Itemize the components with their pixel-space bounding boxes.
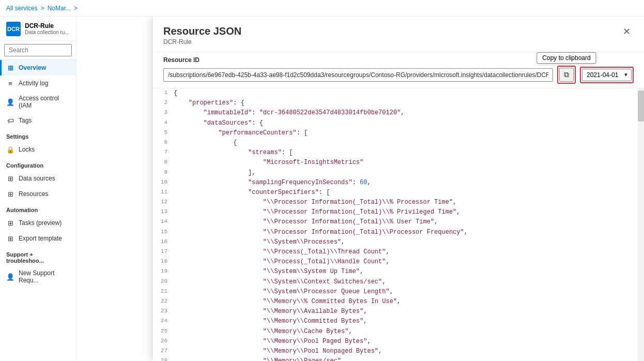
breadcrumb-nomar[interactable]: NoMar... bbox=[48, 5, 71, 12]
sidebar-item-overview[interactable]: ⊞ Overview bbox=[0, 60, 76, 76]
json-line-content: "streams": [ bbox=[174, 148, 636, 158]
json-code-area[interactable]: 1{2 "properties": {3 "immutableId": "dcr… bbox=[153, 88, 644, 361]
json-line-content: "\\System\\System Up Time", bbox=[174, 267, 636, 277]
json-line-number: 9 bbox=[153, 168, 174, 177]
json-code-block: 1{2 "properties": {3 "immutableId": "dcr… bbox=[153, 88, 644, 361]
sidebar-nav: ⊞ Overview ≡ Activity log 👤 Access contr… bbox=[0, 60, 76, 288]
sidebar-item-resources[interactable]: ⊞ Resources bbox=[0, 186, 76, 202]
json-line-content: "immutableId": "dcr-36480522de3547d48330… bbox=[174, 108, 636, 118]
data-sources-icon: ⊞ bbox=[6, 174, 14, 183]
json-line: 15 "\\Processor Information(_Total)\\Pro… bbox=[153, 228, 636, 237]
json-line-number: 1 bbox=[153, 88, 174, 98]
search-input[interactable] bbox=[4, 44, 72, 56]
json-line-number: 19 bbox=[153, 267, 174, 276]
json-line: 11 "counterSpecifiers": [ bbox=[153, 188, 636, 198]
json-line-number: 2 bbox=[153, 98, 174, 108]
json-line-content: { bbox=[174, 138, 636, 148]
json-line-number: 8 bbox=[153, 158, 174, 167]
sidebar-item-activity-log[interactable]: ≡ Activity log bbox=[0, 76, 76, 91]
tasks-icon: ⊞ bbox=[6, 219, 14, 227]
sidebar-item-export-template[interactable]: ⊞ Export template bbox=[0, 231, 76, 246]
locks-icon: 🔒 bbox=[6, 145, 14, 154]
json-line-content: "\\Processor Information(_Total)\\Proces… bbox=[174, 228, 636, 237]
json-line-content: "performanceCounters": [ bbox=[174, 128, 636, 138]
automation-section-label: Automation bbox=[0, 202, 76, 215]
breadcrumb-all-services[interactable]: All services bbox=[6, 5, 38, 12]
copy-to-clipboard-button[interactable]: ⧉ bbox=[559, 68, 574, 82]
json-line: 8 "Microsoft-InsightsMetrics" bbox=[153, 158, 636, 168]
json-line-number: 11 bbox=[153, 188, 174, 197]
json-line-number: 17 bbox=[153, 247, 174, 257]
resource-id-area: Resource ID Copy to clipboard ⧉ bbox=[153, 52, 644, 88]
json-line: 25 "\\Memory\\Cache Bytes", bbox=[153, 327, 636, 337]
tags-icon: 🏷 bbox=[6, 116, 14, 125]
sidebar-resource-header: DCR DCR-Rule Data collection ru... bbox=[0, 17, 76, 41]
breadcrumb-sep2: > bbox=[74, 5, 78, 12]
resource-id-input[interactable] bbox=[163, 68, 553, 82]
json-line-content: "\\Memory\\% Committed Bytes In Use", bbox=[174, 297, 636, 307]
panel-subtitle: DCR-Rule bbox=[163, 38, 241, 46]
sidebar-resource-info: DCR-Rule Data collection ru... bbox=[25, 22, 69, 36]
support-icon: 👤 bbox=[6, 273, 14, 281]
json-line: 10 "samplingFrequencyInSeconds": 60, bbox=[153, 178, 636, 188]
json-line: 1{ bbox=[153, 88, 636, 98]
sidebar-item-access-control[interactable]: 👤 Access control (IAM bbox=[0, 91, 76, 113]
sidebar-item-data-sources[interactable]: ⊞ Data sources bbox=[0, 171, 76, 186]
json-line: 26 "\\Memory\\Pool Paged Bytes", bbox=[153, 337, 636, 347]
json-line-content: "\\Memory\\Cache Bytes", bbox=[174, 327, 636, 337]
sidebar-item-label: Overview bbox=[19, 64, 46, 71]
sidebar-item-label: Activity log bbox=[19, 80, 48, 87]
json-line: 3 "immutableId": "dcr-36480522de3547d483… bbox=[153, 108, 636, 118]
dcr-icon: DCR bbox=[6, 22, 21, 36]
json-line: 13 "\\Processor Information(_Total)\\% P… bbox=[153, 207, 636, 217]
json-line-content: "\\Memory\\Pages/sec", bbox=[174, 356, 636, 361]
json-line-content: "\\System\\Context Switches/sec", bbox=[174, 277, 636, 287]
version-select[interactable]: 2021-04-01 2021-03-01 2020-12-01 bbox=[582, 69, 632, 81]
json-line: 28 "\\Memory\\Pages/sec", bbox=[153, 356, 636, 361]
json-line-number: 4 bbox=[153, 118, 174, 128]
json-line-number: 6 bbox=[153, 138, 174, 147]
copy-icon: ⧉ bbox=[564, 70, 569, 79]
json-line: 20 "\\System\\Context Switches/sec", bbox=[153, 277, 636, 287]
sidebar-item-label: Resources bbox=[19, 190, 48, 198]
panel-close-button[interactable]: ✕ bbox=[620, 25, 634, 38]
sidebar-item-label: Export template bbox=[19, 235, 62, 242]
json-line-content: "\\Process(_Total)\\Handle Count", bbox=[174, 257, 636, 267]
json-line-content: ], bbox=[174, 168, 636, 178]
json-line-content: "\\Process(_Total)\\Thread Count", bbox=[174, 247, 636, 257]
json-line: 12 "\\Processor Information(_Total)\\% P… bbox=[153, 198, 636, 207]
json-line-number: 18 bbox=[153, 257, 174, 266]
sidebar: DCR DCR-Rule Data collection ru... ⊞ Ove… bbox=[0, 17, 76, 361]
sidebar-item-label: Tags bbox=[19, 117, 32, 124]
resource-id-row: Copy to clipboard ⧉ 2021-04-01 2021-03-0… bbox=[163, 66, 634, 84]
panel-header: Resource JSON DCR-Rule ✕ bbox=[153, 17, 644, 52]
scrollbar-thumb[interactable] bbox=[638, 91, 644, 122]
json-line-number: 22 bbox=[153, 297, 174, 306]
json-line-content: "\\Memory\\Pool Paged Bytes", bbox=[174, 337, 636, 347]
json-line-number: 24 bbox=[153, 317, 174, 326]
access-control-icon: 👤 bbox=[6, 98, 14, 106]
sidebar-item-new-support[interactable]: 👤 New Support Requ... bbox=[0, 266, 76, 288]
json-line-content: { bbox=[174, 88, 636, 98]
json-line: 23 "\\Memory\\Available Bytes", bbox=[153, 307, 636, 317]
json-line-number: 7 bbox=[153, 148, 174, 157]
json-line-number: 20 bbox=[153, 277, 174, 287]
sidebar-item-tags[interactable]: 🏷 Tags bbox=[0, 113, 76, 128]
configuration-section-label: Configuration bbox=[0, 157, 76, 171]
json-line-content: "Microsoft-InsightsMetrics" bbox=[174, 158, 636, 168]
sidebar-item-label: Tasks (preview) bbox=[19, 219, 62, 227]
sidebar-item-label: Data sources bbox=[19, 175, 55, 182]
json-line: 27 "\\Memory\\Pool Nonpaged Bytes", bbox=[153, 347, 636, 356]
sidebar-item-tasks[interactable]: ⊞ Tasks (preview) bbox=[0, 215, 76, 231]
json-line-number: 14 bbox=[153, 217, 174, 227]
modal-overlay: Resource JSON DCR-Rule ✕ Resource ID Cop… bbox=[153, 17, 644, 361]
breadcrumb: All services > NoMar... > bbox=[0, 0, 644, 17]
copy-button-highlight: Copy to clipboard ⧉ bbox=[557, 66, 576, 84]
json-line-content: "counterSpecifiers": [ bbox=[174, 188, 636, 198]
json-line: 4 "dataSources": { bbox=[153, 118, 636, 128]
sidebar-item-locks[interactable]: 🔒 Locks bbox=[0, 142, 76, 157]
json-line-number: 28 bbox=[153, 356, 174, 361]
json-line-number: 25 bbox=[153, 327, 174, 336]
json-line-content: "\\Memory\\Available Bytes", bbox=[174, 307, 636, 317]
activity-log-icon: ≡ bbox=[6, 79, 14, 87]
